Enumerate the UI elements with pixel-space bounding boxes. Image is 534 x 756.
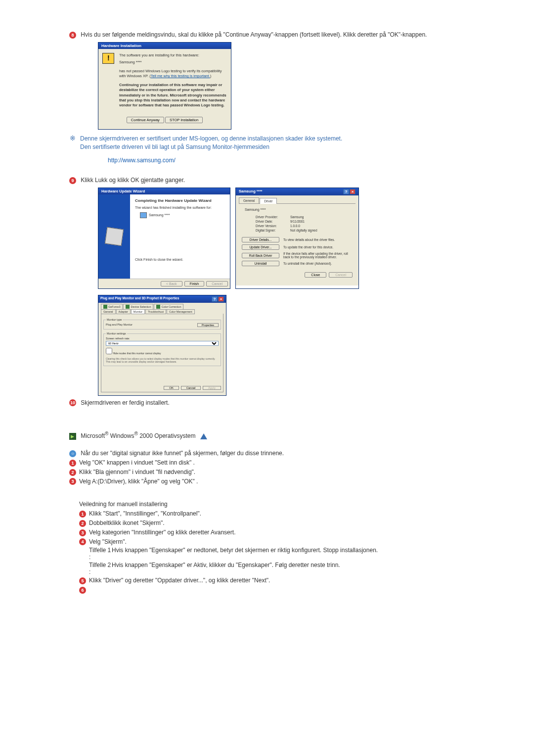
step-10: 10 Skjermdriveren er ferdig installert. [69, 399, 455, 407]
num-2-icon: 2 [69, 469, 76, 476]
stop-installation-button[interactable]: STOP Installation [165, 117, 203, 123]
apply-button: Apply [203, 386, 221, 390]
manual-step-2: Dobbeltklikk ikonet "Skjerm". [89, 520, 165, 526]
driver-properties-dialog: Samsung **** ?× General Driver Samsung *… [235, 188, 359, 289]
continue-anyway-button[interactable]: Continue Anyway [127, 117, 164, 123]
step-8-text: Hvis du ser følgende meldingsvindu, skal… [81, 31, 427, 38]
hw-line2: has not passed Windows Logo testing to v… [119, 69, 227, 79]
hw-line1: The software you are installing for this… [119, 53, 227, 58]
num-3-icon: 3 [79, 529, 86, 536]
finish-button[interactable]: Finish [184, 281, 205, 286]
close-button[interactable]: Close [305, 272, 326, 278]
tab-troubleshoot[interactable]: Troubleshoot [145, 309, 166, 314]
num-2-icon: 2 [79, 520, 86, 527]
num-3-icon: 3 [69, 478, 76, 485]
num-1-icon: 1 [69, 460, 76, 467]
close-icon[interactable]: × [350, 189, 356, 194]
tab-adapter[interactable]: Adapter [116, 309, 131, 314]
tab-color-management[interactable]: Color Management [167, 309, 195, 314]
monitor-type-group: Monitor type Plug and Play Monitor Prope… [103, 318, 221, 330]
tab-general2[interactable]: General [101, 309, 116, 314]
num-5-icon: 5 [79, 577, 86, 584]
nvidia-icon [156, 305, 160, 309]
nvidia-icon [103, 305, 107, 309]
props-title: Samsung **** [239, 189, 263, 194]
hide-modes-note: Clearing this check box allows you to se… [106, 357, 219, 364]
wizard-side-icon [105, 227, 124, 246]
wizard-heading: Completing the Hardware Update Wizard [135, 198, 225, 203]
info-icon: ○ [69, 450, 76, 457]
samsung-url[interactable]: http://www.samsung.com/ [108, 156, 455, 165]
refresh-rate-select[interactable]: 60 Hertz [106, 341, 219, 346]
rollback-driver-button[interactable]: Roll Back Driver [242, 253, 279, 258]
case-2: Tilfelle 2 :Hvis knappen "Egenskaper" er… [89, 562, 455, 575]
back-button: < Back [161, 281, 182, 286]
num-10-icon: 10 [69, 399, 76, 406]
props-cancel-button: Cancel [329, 272, 353, 278]
properties-button[interactable]: Properties [197, 323, 219, 327]
sig-step-2: Klikk "Bla gjennom" i vinduet "fil nødve… [79, 469, 195, 475]
props-device: Samsung **** [245, 208, 266, 211]
certified-note: ※ Denne skjermdriveren er sertifisert un… [69, 135, 455, 151]
step-9-text: Klikk Lukk og klikk OK gjentatte ganger. [81, 177, 185, 184]
hardware-installation-dialog: Hardware Installation The software you a… [98, 42, 231, 130]
step-10-text: Skjermdriveren er ferdig installert. [81, 399, 169, 406]
arrow-icon [69, 433, 76, 440]
nvidia-icon [126, 305, 130, 309]
uninstall-button[interactable]: Uninstall [242, 261, 279, 266]
hide-modes-checkbox[interactable] [106, 348, 112, 354]
manual-heading: Veiledning for manuell installering [79, 500, 455, 509]
monitor-properties-dialog: Plug and Play Monitor and 3D Prophet III… [98, 295, 226, 396]
monprops-title: Plug and Play Monitor and 3D Prophet III… [100, 296, 179, 302]
num-1-icon: 1 [79, 511, 86, 518]
driver-details-button[interactable]: Driver Details... [242, 237, 279, 242]
hw-link[interactable]: Tell me why this testing is important. [151, 74, 210, 78]
update-driver-button[interactable]: Update Driver... [242, 244, 279, 250]
sig-step-3: Velg A:(D:\Driver), klikk "Åpne" og velg… [79, 478, 198, 485]
help-icon[interactable]: ? [212, 296, 218, 302]
manual-step-3: Velg kategorien "Innstillinger" og klikk… [89, 529, 235, 536]
hw-device: Samsung **** [119, 60, 227, 65]
sig-intro: ○ Når du ser "digital signatur ikke funn… [69, 449, 455, 458]
step-8: 8 Hvis du ser følgende meldingsvindu, sk… [69, 31, 455, 39]
step-9: 9 Klikk Lukk og klikk OK gjentatte gange… [69, 176, 455, 185]
num-6-icon: 6 [79, 587, 86, 594]
manual-step-5: Klikk "Driver" og deretter "Oppdater dri… [89, 577, 270, 584]
wizard-line1: The wizard has finished installing the s… [135, 206, 225, 209]
dialog-title: Hardware Installation [98, 43, 231, 49]
num-8-icon: 8 [69, 32, 76, 39]
case-1: Tilfelle 1 :Hvis knappen "Egenskaper" er… [89, 547, 455, 561]
sig-step-1: Velg "OK" knappen i vinduet "Sett inn di… [79, 459, 195, 466]
wizard-title: Hardware Update Wizard [98, 188, 230, 194]
win2000-heading: Microsoft® Windows® 2000 Operativsystem [69, 430, 455, 440]
hw-warn: Continuing your installation of this sof… [119, 83, 227, 108]
tab-driver[interactable]: Driver [260, 198, 277, 204]
wizard-device: Samsung **** [140, 212, 225, 218]
wizard-cancel-button: Cancel [206, 281, 228, 286]
num-4-icon: 4 [79, 538, 86, 545]
wizard-line2: Click Finish to close the wizard. [135, 258, 225, 261]
manual-step-4: Velg "Skjerm". [89, 538, 127, 545]
num-9-icon: 9 [69, 177, 76, 184]
monitor-settings-group: Monitor settings Screen refresh rate: 60… [103, 332, 221, 366]
triangle-icon [200, 433, 207, 439]
monitor-icon [140, 212, 147, 218]
tab-monitor[interactable]: Monitor [131, 309, 145, 314]
warning-icon [102, 53, 114, 64]
manual-step-1: Klikk "Start", "Innstillinger", "Kontrol… [89, 510, 201, 517]
refresh-label: Screen refresh rate: [106, 337, 219, 340]
tab-general[interactable]: General [239, 197, 259, 203]
cancel-button[interactable]: Cancel [181, 386, 201, 390]
help-icon[interactable]: ? [343, 189, 349, 194]
star-icon: ※ [69, 135, 76, 142]
ok-button[interactable]: OK [164, 386, 179, 390]
hardware-update-wizard: Hardware Update Wizard Completing the Ha… [98, 188, 230, 289]
close-icon[interactable]: × [218, 296, 224, 302]
